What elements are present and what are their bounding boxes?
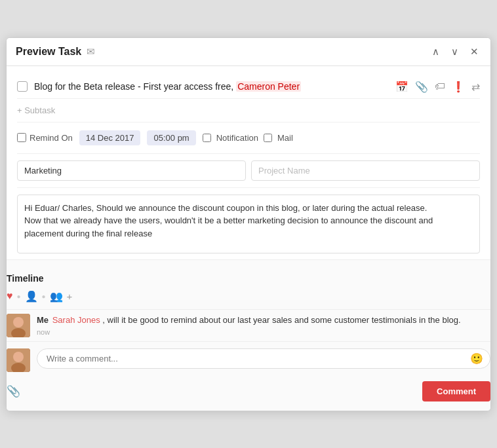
calendar-icon[interactable]: 📅	[395, 81, 408, 93]
remind-label: Remind On	[30, 133, 73, 143]
timeline-section: Timeline ♥ ● 👤 ● 👥 +	[6, 259, 491, 411]
task-row: Blog for the Beta release - First year a…	[17, 75, 480, 99]
add-reaction[interactable]: +	[67, 291, 73, 302]
comment-content: Me Sarah Jones , will it be good to remi…	[37, 314, 490, 337]
title-bar-right: ∧ ∨ ✕	[429, 45, 481, 59]
timeline-label: Timeline	[7, 267, 490, 288]
close-icon[interactable]: ✕	[467, 45, 481, 59]
chevron-up-icon[interactable]: ∧	[429, 45, 442, 59]
window-title: Preview Task	[16, 46, 81, 58]
task-title: Blog for the Beta release - First year a…	[34, 81, 395, 92]
flag-icon[interactable]: ❗	[452, 81, 465, 93]
attachment-icon[interactable]: 📎	[415, 81, 428, 93]
comment-input[interactable]	[47, 354, 466, 364]
project-name-placeholder-input[interactable]	[251, 160, 480, 181]
notification-checkbox[interactable]	[203, 134, 211, 142]
title-bar: Preview Task ✉ ∧ ∨ ✕	[7, 38, 490, 66]
avatar-image	[7, 314, 30, 337]
mail-label: Mail	[277, 133, 293, 143]
subtask-row[interactable]: + Subtask	[17, 99, 480, 122]
bottom-row: 📎 Comment	[7, 377, 490, 411]
comment-block: Me Sarah Jones , will it be good to remi…	[7, 309, 490, 341]
project-row	[17, 154, 480, 188]
input-row: 🙂	[7, 341, 490, 377]
task-icons: 📅 📎 🏷 ❗ ⇄	[395, 81, 480, 93]
avatar	[7, 314, 30, 337]
task-title-highlighted: Cameron Peter	[236, 81, 301, 92]
repeat-icon[interactable]: ⇄	[471, 81, 480, 93]
preview-task-window: Preview Task ✉ ∧ ∨ ✕ Blog for the Beta r…	[6, 37, 491, 411]
project-name-input[interactable]	[17, 160, 246, 181]
reaction-row: ♥ ● 👤 ● 👥 +	[7, 288, 490, 309]
svg-point-1	[13, 317, 24, 327]
title-bar-left: Preview Task ✉	[16, 46, 95, 58]
input-avatar-image	[7, 348, 30, 372]
comment-author: Me	[37, 315, 49, 325]
comment-body: , will it be good to remind about our la…	[102, 315, 460, 325]
svg-point-4	[13, 352, 24, 362]
email-icon[interactable]: ✉	[87, 46, 95, 58]
person-reaction[interactable]: 👤	[25, 290, 38, 303]
remind-row: Remind On 14 Dec 2017 05:00 pm Notificat…	[17, 122, 480, 154]
notification-label: Notification	[216, 133, 258, 143]
comment-time: now	[37, 328, 490, 336]
subtask-label: + Subtask	[17, 105, 55, 115]
chevron-down-icon[interactable]: ∨	[448, 45, 461, 59]
task-title-plain: Blog for the Beta release - First year a…	[34, 81, 236, 92]
mail-checkbox[interactable]	[264, 134, 272, 142]
description-textarea[interactable]: Hi Eduar/ Charles, Should we announce th…	[17, 195, 480, 253]
remind-time-button[interactable]: 05:00 pm	[147, 130, 195, 145]
task-checkbox[interactable]	[17, 81, 28, 92]
dot-separator: ●	[17, 293, 21, 300]
heart-reaction[interactable]: ♥	[7, 290, 13, 302]
comment-text: Me Sarah Jones , will it be good to remi…	[37, 314, 490, 327]
comment-button[interactable]: Comment	[422, 381, 490, 401]
remind-checkbox[interactable]	[17, 133, 26, 142]
main-content: Blog for the Beta release - First year a…	[7, 66, 490, 259]
tag-icon[interactable]: 🏷	[435, 81, 445, 92]
group-reaction[interactable]: 👥	[50, 290, 63, 303]
dot-separator2: ●	[42, 293, 46, 300]
emoji-icon[interactable]: 🙂	[470, 352, 483, 365]
comment-mention: Sarah Jones	[52, 315, 100, 325]
attach-icon[interactable]: 📎	[7, 384, 20, 398]
remind-date-button[interactable]: 14 Dec 2017	[79, 130, 141, 145]
remind-check: Remind On	[17, 133, 73, 143]
comment-input-wrap: 🙂	[37, 348, 490, 369]
task-main: Blog for the Beta release - First year a…	[17, 81, 395, 92]
notification-row: Notification Mail	[203, 133, 293, 143]
input-avatar	[7, 348, 30, 372]
